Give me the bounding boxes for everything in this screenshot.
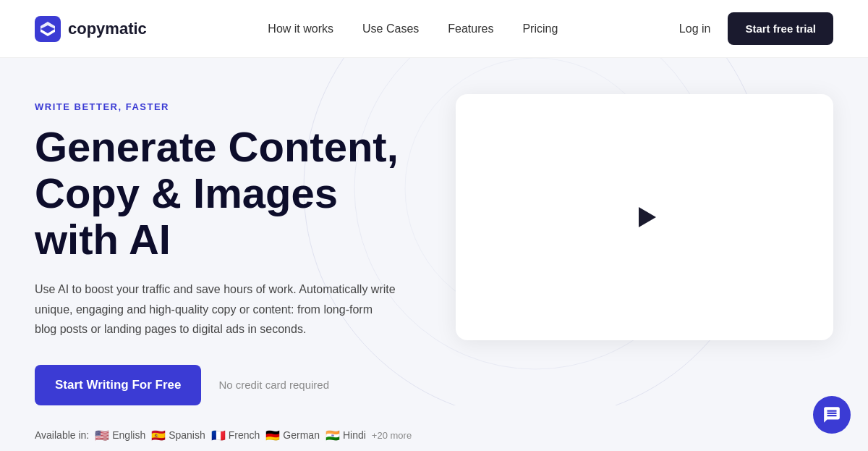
- flag-german: 🇩🇪: [265, 429, 280, 442]
- play-icon: [626, 198, 663, 236]
- nav-use-cases[interactable]: Use Cases: [362, 22, 419, 35]
- hero-content: WRITE BETTER, FASTER Generate Content, C…: [35, 101, 412, 442]
- logo-text: copymatic: [68, 20, 147, 38]
- chat-bubble[interactable]: [813, 396, 851, 434]
- nav-pricing[interactable]: Pricing: [522, 22, 558, 35]
- flag-hindi: 🇮🇳: [326, 429, 340, 442]
- hero-title: Generate Content, Copy & Images with AI: [35, 124, 412, 262]
- flag-english: 🇺🇸: [95, 429, 109, 442]
- nav-how-it-works[interactable]: How it works: [268, 22, 333, 35]
- video-panel[interactable]: [456, 94, 833, 340]
- logo-icon: [35, 16, 61, 42]
- flag-spanish: 🇪🇸: [151, 429, 166, 442]
- lang-german-label: German: [283, 429, 320, 441]
- trial-button[interactable]: Start free trial: [728, 12, 833, 45]
- navbar: copymatic How it works Use Cases Feature…: [0, 0, 868, 58]
- lang-spanish-label: Spanish: [169, 429, 205, 441]
- hero-tag: WRITE BETTER, FASTER: [35, 101, 412, 112]
- hero-section: WRITE BETTER, FASTER Generate Content, C…: [0, 58, 868, 442]
- chat-icon: [822, 405, 841, 424]
- lang-german: 🇩🇪 German: [265, 429, 320, 442]
- play-button[interactable]: [626, 198, 663, 236]
- hero-description: Use AI to boost your traffic and save ho…: [35, 279, 396, 339]
- lang-french-label: French: [229, 429, 260, 441]
- lang-hindi-label: Hindi: [343, 429, 366, 441]
- logo-link[interactable]: copymatic: [35, 16, 147, 42]
- lang-english-label: English: [112, 429, 145, 441]
- no-credit-text: No credit card required: [218, 379, 329, 391]
- nav-links: How it works Use Cases Features Pricing: [268, 22, 558, 35]
- hero-cta: Start Writing For Free No credit card re…: [35, 365, 412, 405]
- nav-actions: Log in Start free trial: [679, 12, 833, 45]
- lang-spanish: 🇪🇸 Spanish: [151, 429, 205, 442]
- available-languages: Available in: 🇺🇸 English 🇪🇸 Spanish 🇫🇷 F…: [35, 429, 412, 442]
- flag-french: 🇫🇷: [211, 429, 226, 442]
- start-writing-button[interactable]: Start Writing For Free: [35, 365, 201, 405]
- lang-hindi: 🇮🇳 Hindi: [326, 429, 366, 442]
- lang-english: 🇺🇸 English: [95, 429, 145, 442]
- lang-french: 🇫🇷 French: [211, 429, 260, 442]
- available-label: Available in:: [35, 429, 89, 441]
- svg-marker-4: [639, 207, 656, 227]
- login-button[interactable]: Log in: [679, 22, 711, 35]
- nav-features[interactable]: Features: [448, 22, 493, 35]
- more-languages: +20 more: [372, 430, 412, 441]
- svg-rect-3: [35, 16, 61, 42]
